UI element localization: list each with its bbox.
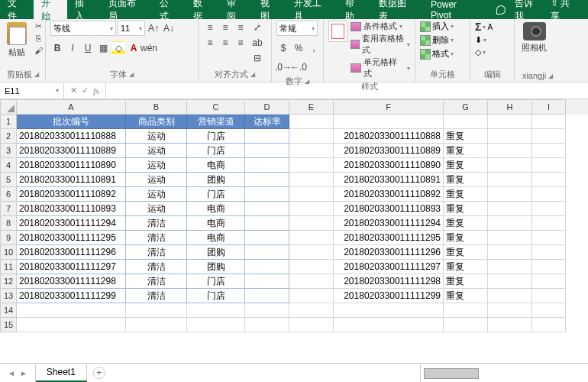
increase-decimal-icon[interactable]: .0→	[276, 60, 290, 74]
cell[interactable]	[488, 115, 532, 129]
cell[interactable]	[245, 318, 289, 332]
cell[interactable]: 2018020330011110888	[17, 129, 126, 144]
font-size-select[interactable]: 11▾	[118, 21, 145, 36]
col-header[interactable]: E	[289, 99, 334, 115]
format-painter-icon[interactable]: 🖌	[32, 45, 44, 56]
cell[interactable]	[532, 216, 566, 231]
cell[interactable]: 2018020330011111298	[17, 274, 126, 289]
cell[interactable]	[532, 231, 566, 245]
cell[interactable]: 重复	[444, 187, 488, 202]
cell[interactable]	[488, 303, 532, 318]
cell[interactable]: 团购	[187, 173, 245, 187]
currency-icon[interactable]: $	[276, 41, 290, 55]
tab-dev[interactable]: 开发工具	[286, 0, 338, 19]
cell[interactable]: 重复	[444, 231, 488, 245]
cell[interactable]	[532, 260, 566, 274]
cell[interactable]	[488, 231, 532, 245]
row-header[interactable]: 7	[0, 202, 17, 216]
cell[interactable]	[245, 173, 289, 187]
cell[interactable]	[488, 289, 532, 303]
cell[interactable]: 重复	[444, 158, 488, 173]
orientation-icon[interactable]: ⤢	[250, 21, 264, 34]
row-header[interactable]: 10	[0, 245, 17, 260]
col-header[interactable]: F	[334, 99, 444, 115]
cell[interactable]: 2018020330011110893	[334, 202, 444, 216]
cell[interactable]	[488, 144, 532, 158]
row-header[interactable]: 3	[0, 144, 17, 158]
row-header[interactable]: 12	[0, 274, 17, 289]
cell[interactable]: 运动	[126, 187, 187, 202]
align-left-icon[interactable]: ≡	[203, 36, 217, 50]
cell[interactable]	[289, 274, 334, 289]
cell[interactable]	[289, 202, 334, 216]
col-header[interactable]: C	[187, 99, 245, 115]
format-cells-button[interactable]: 格式▾	[420, 48, 454, 60]
paste-button[interactable]: 粘贴	[5, 21, 29, 60]
shrink-font-icon[interactable]: A↓	[162, 21, 176, 35]
cell[interactable]: 2018020330011110891	[17, 173, 126, 187]
italic-icon[interactable]: I	[66, 41, 79, 55]
cell[interactable]	[532, 245, 566, 260]
cell-style-button[interactable]: 单元格样式▾	[351, 57, 410, 79]
wrap-text-icon[interactable]: ab	[250, 36, 264, 50]
cell[interactable]: 门店	[187, 289, 245, 303]
fx-icon[interactable]: fx	[93, 86, 99, 96]
cell[interactable]: 团购	[187, 245, 245, 260]
cell[interactable]	[289, 216, 334, 231]
cell[interactable]: 2018020330011110890	[334, 158, 444, 173]
cell[interactable]: 团购	[187, 260, 245, 274]
row-header[interactable]: 5	[0, 173, 17, 187]
cell[interactable]	[289, 260, 334, 274]
next-sheet-icon[interactable]: ►	[20, 369, 27, 377]
row-header[interactable]: 1	[0, 115, 17, 129]
cell[interactable]	[532, 318, 566, 332]
cell[interactable]	[245, 144, 289, 158]
cell[interactable]	[289, 245, 334, 260]
comma-icon[interactable]: ,	[307, 41, 321, 55]
cell[interactable]	[488, 158, 532, 173]
tab-data[interactable]: 数据	[186, 0, 219, 19]
cell[interactable]	[532, 158, 566, 173]
cell[interactable]: 清洁	[126, 231, 187, 245]
cell[interactable]	[488, 260, 532, 274]
cell[interactable]	[17, 318, 126, 332]
merge-icon[interactable]: ⊟	[250, 51, 264, 65]
cell[interactable]	[245, 231, 289, 245]
cell[interactable]	[488, 245, 532, 260]
cell[interactable]: 重复	[444, 173, 488, 187]
formula-input[interactable]	[106, 83, 588, 99]
cell[interactable]: 2018020330011111296	[334, 245, 444, 260]
cell[interactable]: 清洁	[126, 245, 187, 260]
cell[interactable]: 2018020330011111294	[334, 216, 444, 231]
cell[interactable]	[245, 158, 289, 173]
cell[interactable]: 商品类别	[126, 115, 187, 129]
col-header[interactable]: I	[532, 99, 566, 115]
row-header[interactable]: 14	[0, 303, 17, 318]
worksheet[interactable]: ABCDEFGHI 1批次编号商品类别营销渠道达标率22018020330011…	[0, 99, 588, 363]
cell[interactable]: 2018020330011110889	[334, 144, 444, 158]
cell[interactable]	[444, 303, 488, 318]
cell[interactable]	[488, 216, 532, 231]
cell[interactable]	[532, 173, 566, 187]
align-bottom-icon[interactable]: ≡	[234, 21, 247, 34]
cell[interactable]: 2018020330011111299	[17, 289, 126, 303]
tab-file[interactable]: 文件	[0, 0, 34, 19]
bold-icon[interactable]: B	[50, 41, 64, 55]
col-header[interactable]: A	[17, 99, 126, 115]
cell[interactable]	[245, 274, 289, 289]
cell[interactable]: 清洁	[126, 274, 187, 289]
cell[interactable]	[334, 318, 444, 332]
cell[interactable]: 门店	[187, 187, 245, 202]
cell[interactable]	[289, 144, 334, 158]
row-header[interactable]: 15	[0, 318, 17, 332]
row-header[interactable]: 2	[0, 129, 17, 144]
col-header[interactable]: G	[444, 99, 488, 115]
col-header[interactable]: D	[245, 99, 289, 115]
cell[interactable]	[488, 202, 532, 216]
cell[interactable]	[532, 115, 566, 129]
cell[interactable]	[334, 115, 444, 129]
tab-formula[interactable]: 公式	[152, 0, 186, 19]
cell[interactable]	[488, 173, 532, 187]
tab-review[interactable]: 审阅	[219, 0, 253, 19]
tab-layout[interactable]: 页面布局	[101, 0, 153, 19]
